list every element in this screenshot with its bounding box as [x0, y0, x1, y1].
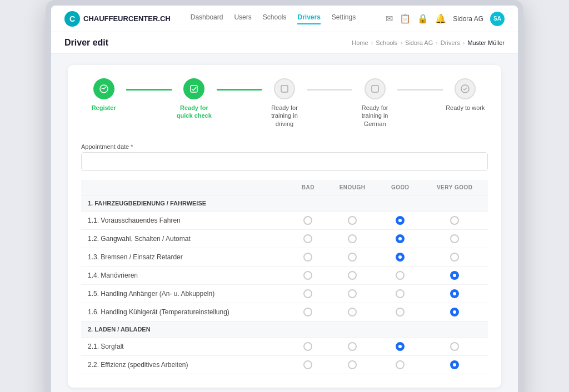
radio-dot-very_good[interactable] [450, 360, 459, 369]
radio-good[interactable] [379, 211, 421, 229]
col-enough: ENOUGH [326, 180, 379, 195]
lock-icon[interactable]: 🔒 [417, 13, 428, 24]
row-label: 1.3. Bremsen / Einsatz Retarder [81, 248, 291, 266]
radio-very_good[interactable] [421, 229, 488, 248]
nav-users[interactable]: Users [234, 13, 251, 24]
nav-settings[interactable]: Settings [332, 13, 356, 24]
breadcrumb-schools[interactable]: Schools [376, 39, 397, 46]
avatar[interactable]: SA [490, 12, 505, 26]
radio-bad[interactable] [291, 211, 326, 229]
col-good: GOOD [379, 180, 421, 195]
row-label: 1.5. Handling Anhänger (An- u. Abkuppeln… [81, 284, 291, 303]
radio-bad[interactable] [291, 337, 326, 355]
col-category [81, 180, 291, 195]
radio-dot-enough[interactable] [348, 360, 357, 369]
radio-enough[interactable] [326, 337, 379, 355]
radio-dot-very_good[interactable] [450, 271, 459, 280]
bell-icon[interactable]: 🔔 [435, 13, 446, 24]
col-bad: BAD [291, 180, 326, 195]
breadcrumb-current: Muster Müller [467, 39, 505, 46]
document-icon[interactable]: 📋 [400, 13, 411, 24]
radio-dot-good[interactable] [396, 360, 405, 369]
message-icon[interactable]: ✉ [386, 13, 393, 24]
radio-dot-enough[interactable] [348, 271, 357, 280]
radio-dot-very_good[interactable] [450, 308, 459, 316]
radio-very_good[interactable] [421, 337, 488, 355]
nav-dashboard[interactable]: Dashboard [191, 13, 223, 24]
radio-very_good[interactable] [421, 248, 488, 266]
step-quick-check-label: Ready for quick check [172, 104, 217, 120]
radio-dot-enough[interactable] [348, 342, 357, 351]
appointment-input[interactable] [81, 152, 488, 171]
radio-bad[interactable] [291, 266, 326, 284]
radio-very_good[interactable] [421, 211, 488, 229]
breadcrumb-drivers[interactable]: Drivers [441, 39, 460, 46]
radio-dot-bad[interactable] [303, 234, 312, 243]
radio-enough[interactable] [326, 266, 379, 284]
radio-dot-bad[interactable] [303, 253, 312, 262]
radio-dot-very_good[interactable] [450, 216, 459, 225]
radio-dot-enough[interactable] [348, 234, 357, 243]
radio-good[interactable] [379, 248, 421, 266]
radio-dot-good[interactable] [396, 342, 405, 351]
radio-good[interactable] [379, 284, 421, 303]
step-register-label: Register [92, 104, 116, 112]
radio-good[interactable] [379, 303, 421, 321]
sep2: › [400, 39, 402, 46]
radio-dot-very_good[interactable] [450, 289, 459, 298]
table-row: 1.4. Manövrieren [81, 266, 488, 284]
page-header: Driver edit Home › Schools › Sidora AG ›… [51, 32, 518, 54]
radio-dot-very_good[interactable] [450, 253, 459, 262]
table-row: 1.5. Handling Anhänger (An- u. Abkuppeln… [81, 284, 488, 303]
radio-good[interactable] [379, 266, 421, 284]
step-training-german-label: Ready for training in German [352, 104, 397, 128]
radio-very_good[interactable] [421, 303, 488, 321]
radio-good[interactable] [379, 229, 421, 248]
row-label: 1.2. Gangwahl, Schalten / Automat [81, 229, 291, 248]
radio-good[interactable] [379, 355, 421, 374]
radio-dot-enough[interactable] [348, 289, 357, 298]
radio-very_good[interactable] [421, 284, 488, 303]
radio-enough[interactable] [326, 248, 379, 266]
radio-dot-very_good[interactable] [450, 342, 459, 351]
radio-dot-good[interactable] [396, 289, 405, 298]
radio-very_good[interactable] [421, 355, 488, 374]
logo-icon: C [64, 11, 80, 27]
radio-dot-bad[interactable] [303, 271, 312, 280]
step-training-driving-circle [274, 78, 295, 99]
nav-right: ✉ 📋 🔒 🔔 Sidora AG SA [386, 12, 505, 26]
radio-bad[interactable] [291, 229, 326, 248]
radio-dot-bad[interactable] [303, 360, 312, 369]
radio-enough[interactable] [326, 284, 379, 303]
radio-dot-bad[interactable] [303, 308, 312, 316]
radio-dot-enough[interactable] [348, 216, 357, 225]
radio-dot-good[interactable] [396, 216, 405, 225]
radio-dot-enough[interactable] [348, 253, 357, 262]
appointment-form-group: Appointment date * [81, 143, 488, 171]
breadcrumb-home[interactable]: Home [352, 39, 368, 46]
radio-dot-bad[interactable] [303, 216, 312, 225]
radio-very_good[interactable] [421, 266, 488, 284]
radio-bad[interactable] [291, 284, 326, 303]
radio-bad[interactable] [291, 355, 326, 374]
nav-drivers[interactable]: Drivers [297, 13, 320, 24]
radio-enough[interactable] [326, 355, 379, 374]
radio-dot-good[interactable] [396, 253, 405, 262]
radio-dot-good[interactable] [396, 308, 405, 316]
radio-bad[interactable] [291, 248, 326, 266]
radio-enough[interactable] [326, 303, 379, 321]
radio-good[interactable] [379, 337, 421, 355]
radio-dot-good[interactable] [396, 234, 405, 243]
radio-enough[interactable] [326, 229, 379, 248]
breadcrumb-sidora[interactable]: Sidora AG [405, 39, 433, 46]
radio-enough[interactable] [326, 211, 379, 229]
radio-dot-bad[interactable] [303, 289, 312, 298]
radio-bad[interactable] [291, 303, 326, 321]
nav-schools[interactable]: Schools [263, 13, 287, 24]
stepper: Register Ready for quick check [81, 78, 488, 128]
radio-dot-very_good[interactable] [450, 234, 459, 243]
row-label: 2.2. Effizienz (speditives Arbeiten) [81, 355, 291, 374]
radio-dot-bad[interactable] [303, 342, 312, 351]
radio-dot-good[interactable] [396, 271, 405, 280]
radio-dot-enough[interactable] [348, 308, 357, 316]
